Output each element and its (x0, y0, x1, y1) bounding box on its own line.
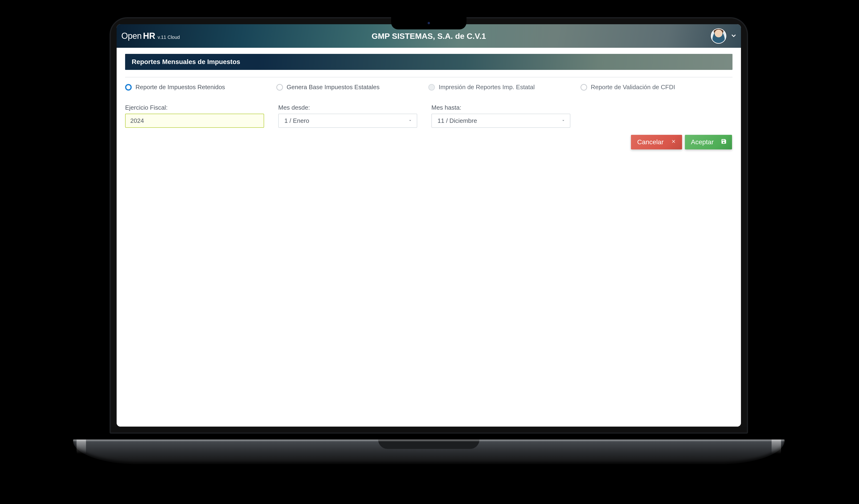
accept-label: Aceptar (691, 138, 714, 146)
save-icon (721, 138, 727, 146)
brand-version: v.11 Cloud (157, 35, 180, 40)
company-title: GMP SISTEMAS, S.A. de C.V.1 (372, 32, 486, 41)
chevron-down-icon (408, 117, 412, 125)
content-area: Reportes Mensuales de Impuestos Reporte … (117, 48, 741, 427)
radio-icon (581, 84, 587, 91)
profile-area (711, 28, 737, 44)
form-panel: Reporte de Impuestos Retenidos Genera Ba… (125, 77, 733, 149)
cancel-button[interactable]: Cancelar (631, 135, 682, 149)
month-from-field: Mes desde: 1 / Enero (278, 104, 417, 128)
cancel-label: Cancelar (637, 138, 663, 146)
month-from-label: Mes desde: (278, 104, 417, 111)
report-type-options: Reporte de Impuestos Retenidos Genera Ba… (125, 83, 733, 91)
filters-row: Ejercicio Fiscal: Mes desde: 1 / Enero (125, 104, 733, 128)
close-icon (671, 138, 677, 146)
chevron-down-icon (561, 117, 566, 125)
radio-icon (428, 84, 435, 91)
action-buttons: Cancelar Aceptar (125, 135, 733, 149)
radio-icon (125, 84, 132, 91)
laptop-notch (391, 17, 467, 29)
month-to-select[interactable]: 11 / Diciembre (432, 114, 570, 128)
profile-menu-toggle[interactable] (730, 32, 737, 40)
option-label: Genera Base Impuestos Estatales (287, 83, 380, 91)
screen: Open HR v.11 Cloud GMP SISTEMAS, S.A. de… (117, 24, 741, 427)
fiscal-year-label: Ejercicio Fiscal: (125, 104, 264, 111)
fiscal-year-field: Ejercicio Fiscal: (125, 104, 264, 128)
brand-logo: Open HR v.11 Cloud (121, 31, 180, 41)
accept-button[interactable]: Aceptar (685, 135, 732, 149)
section-title: Reportes Mensuales de Impuestos (125, 54, 733, 70)
option-label: Reporte de Impuestos Retenidos (135, 83, 225, 91)
avatar[interactable] (711, 28, 726, 44)
laptop-lid: Open HR v.11 Cloud GMP SISTEMAS, S.A. de… (108, 16, 749, 435)
option-print-state-tax[interactable]: Impresión de Reportes Imp. Estatal (428, 83, 581, 91)
radio-icon (276, 84, 283, 91)
brand-name-part1: Open (121, 31, 141, 41)
laptop-frame: Open HR v.11 Cloud GMP SISTEMAS, S.A. de… (96, 16, 761, 472)
month-to-label: Mes hasta: (432, 104, 570, 111)
month-from-select[interactable]: 1 / Enero (278, 114, 417, 128)
month-to-value: 11 / Diciembre (437, 117, 477, 125)
fiscal-year-input[interactable] (125, 114, 264, 128)
brand-name-part2: HR (143, 31, 155, 41)
option-cfdi-validation[interactable]: Reporte de Validación de CFDI (581, 83, 733, 91)
option-label: Reporte de Validación de CFDI (591, 83, 675, 91)
month-to-field: Mes hasta: 11 / Diciembre (432, 104, 570, 128)
section-header: Reportes Mensuales de Impuestos (125, 54, 733, 70)
option-state-tax-base[interactable]: Genera Base Impuestos Estatales (276, 83, 428, 91)
option-label: Impresión de Reportes Imp. Estatal (439, 83, 535, 91)
laptop-base (73, 440, 785, 464)
option-retained-taxes[interactable]: Reporte de Impuestos Retenidos (125, 83, 277, 91)
divider (125, 77, 733, 77)
month-from-value: 1 / Enero (284, 117, 310, 125)
